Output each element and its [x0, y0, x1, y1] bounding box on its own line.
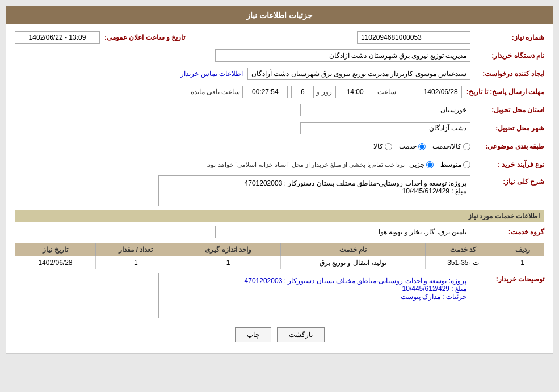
col-vahed: واحد اندازه گیری [176, 243, 280, 256]
shahr-label: شهر محل تحویل: [470, 124, 544, 132]
tarikh-label: تاریخ و ساعت اعلان عمومی: [100, 33, 185, 41]
radio-motavaset-input[interactable] [463, 161, 470, 168]
header-bar: جزئیات اطلاعات نیاز [6, 6, 553, 24]
row-mohlat: مهلت ارسال پاسخ: تا تاریخ: 1402/06/28 سا… [15, 85, 544, 99]
farayed-note: پرداخت تمام یا بخشی از مبلغ خریدار از مح… [206, 161, 405, 168]
services-table-section: ردیف کد خدمت نام خدمت واحد اندازه گیری ت… [15, 243, 544, 269]
row-ostan: استان محل تحویل: خوزستان [15, 103, 544, 117]
tabaghebandi-label: طبقه بندی موضوعی: [470, 142, 544, 150]
content-area: شماره نیاز: 1102094681000053 تاریخ و ساع… [6, 24, 553, 353]
radio-kala-input[interactable] [385, 143, 392, 150]
radio-kala: کالا [373, 142, 392, 150]
radio-khedmat-label: خدمت [399, 142, 417, 150]
cell-3: 1 [176, 256, 280, 269]
shmare-label: شماره نیاز: [470, 33, 544, 41]
tabaghebandi-radios: کالا/خدمت خدمت کالا [373, 142, 470, 150]
row-namdastgah: نام دستگاه خریدار: مدیریت توزیع نیروی بر… [15, 48, 544, 63]
mande-label: ساعت باقی مانده [191, 88, 241, 96]
rooz-label: روز و [316, 88, 331, 96]
tosifat-proze: پروژه: توسعه و احدات روستایی-مناطق مختلف… [162, 277, 466, 285]
cell-5: 1402/06/28 [15, 256, 96, 269]
tosifat-mablagh: مبلغ : 10/445/612/429 [162, 285, 466, 293]
sharh-proze: پروژه: توسعه و احدات روستایی-مناطق مختلف… [162, 179, 466, 187]
farayed-radios: متوسط جزیی [409, 161, 470, 168]
sharh-box: پروژه: توسعه و احدات روستایی-مناطق مختلف… [158, 175, 470, 206]
main-container: جزئیات اطلاعات نیاز شماره نیاز: 11020946… [6, 6, 553, 354]
radio-motavaset-label: متوسط [440, 161, 461, 168]
col-tedad: تعداد / مقدار [95, 243, 176, 256]
radio-khedmat: خدمت [399, 142, 426, 150]
row-ijad: ایجاد کننده درخواست: سیدعباس موسوی کاربر… [15, 66, 544, 81]
radio-jozii: جزیی [409, 161, 434, 168]
print-button[interactable]: چاپ [235, 327, 271, 342]
row-gorohe: گروه خدمت: تامین برق، گاز، بخار و تهویه … [15, 225, 544, 239]
radio-khedmat-input[interactable] [418, 143, 426, 150]
ettelaat-tamas-link[interactable]: اطلاعات تماس خریدار [180, 70, 243, 78]
gorohe-label: گروه خدمت: [470, 228, 544, 236]
mohlat-rooz: 6 [291, 86, 314, 98]
header-title: جزئیات اطلاعات نیاز [246, 11, 313, 20]
ijad-value: سیدعباس موسوی کاربردار مدیریت توزیع نیرو… [247, 68, 470, 80]
cell-0: 1 [501, 256, 544, 269]
row-shahr: شهر محل تحویل: دشت آزادگان [15, 121, 544, 136]
mohlat-label: مهلت ارسال پاسخ: تا تاریخ: [462, 88, 544, 96]
farayed-label: نوع فرآیند خرید : [470, 161, 544, 168]
cell-1: ت -35-351 [425, 256, 501, 269]
col-nam: نام خدمت [280, 243, 425, 256]
ettelaat-section-title: اطلاعات خدمات مورد نیاز [15, 210, 544, 222]
tosifat-label: توصیحات خریدار: [470, 273, 544, 283]
radio-motavaset: متوسط [440, 161, 470, 168]
col-radif: ردیف [501, 243, 544, 256]
row-tabaghebandi: طبقه بندی موضوعی: کالا/خدمت خدمت کالا [15, 139, 544, 154]
tosifat-box: پروژه: توسعه و احدات روستایی-مناطق مختلف… [158, 273, 470, 318]
services-table: ردیف کد خدمت نام خدمت واحد اندازه گیری ت… [15, 243, 544, 269]
shmare-value: 1102094681000053 [357, 31, 470, 44]
saat-label: ساعت [377, 88, 396, 96]
row-farayed: نوع فرآیند خرید : متوسط جزیی پرداخت تمام… [15, 157, 544, 172]
mohlat-saat: 14:00 [335, 86, 375, 98]
radio-kala-khedmat: کالا/خدمت [432, 142, 470, 150]
tosifat-joziyat: جزئیات : مدارک پیوست [162, 293, 466, 301]
namdastgah-label: نام دستگاه خریدار: [470, 52, 544, 60]
radio-kala-label: کالا [373, 142, 383, 150]
sharh-label: شرح کلی نیاز: [470, 175, 544, 186]
tarikh-value: 1402/06/22 - 13:09 [15, 31, 100, 44]
radio-jozii-label: جزیی [409, 161, 424, 168]
button-row: بازگشت چاپ [15, 322, 544, 348]
row-shmare: شماره نیاز: 1102094681000053 تاریخ و ساع… [15, 30, 544, 45]
sharh-mablagh: مبلغ : 10/445/612/429 [162, 187, 466, 195]
namdastgah-value: مدیریت توزیع نیروی برق شهرستان دشت آزادگ… [215, 49, 470, 62]
table-row: 1ت -35-351تولید، انتقال و توزیع برق11140… [15, 256, 544, 269]
cell-4: 1 [95, 256, 176, 269]
cell-2: تولید، انتقال و توزیع برق [280, 256, 425, 269]
mohlat-date: 1402/06/28 [400, 86, 462, 98]
col-kod: کد خدمت [425, 243, 501, 256]
radio-kala-khedmat-input[interactable] [463, 143, 470, 150]
back-button[interactable]: بازگشت [277, 327, 325, 342]
ostan-value: خوزستان [300, 104, 470, 116]
col-tarikh: تاریخ نیاز [15, 243, 96, 256]
mohlat-mande: 00:27:54 [242, 86, 288, 98]
ijad-label: ایجاد کننده درخواست: [470, 70, 544, 78]
row-sharh: شرح کلی نیاز: پروژه: توسعه و احدات روستا… [15, 175, 544, 206]
row-tosifat: توصیحات خریدار: پروژه: توسعه و احدات روس… [15, 273, 544, 318]
radio-kala-khedmat-label: کالا/خدمت [432, 142, 461, 150]
page-wrapper: جزئیات اطلاعات نیاز شماره نیاز: 11020946… [0, 0, 559, 392]
ostan-label: استان محل تحویل: [470, 106, 544, 114]
gorohe-value: تامین برق، گاز، بخار و تهویه هوا [215, 226, 470, 238]
radio-jozii-input[interactable] [426, 161, 434, 168]
shahr-value: دشت آزادگان [300, 122, 470, 134]
